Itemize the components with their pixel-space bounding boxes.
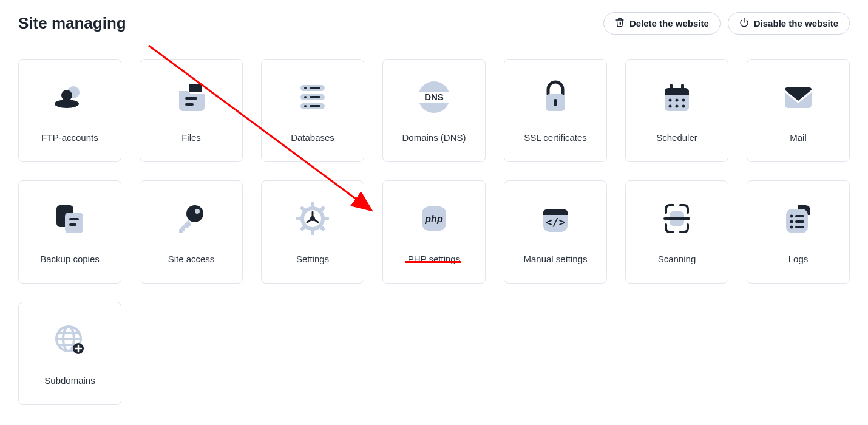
- svg-rect-13: [310, 87, 320, 89]
- svg-point-65: [790, 220, 793, 223]
- backup-icon: [52, 200, 88, 237]
- svg-rect-8: [185, 103, 194, 106]
- button-label: Disable the website: [754, 18, 838, 29]
- card-label: Files: [181, 132, 201, 143]
- card-settings[interactable]: Settings: [261, 180, 364, 284]
- svg-point-67: [790, 225, 793, 228]
- card-label: Scheduler: [656, 132, 697, 143]
- svg-rect-58: [543, 212, 568, 215]
- card-ftp-accounts[interactable]: FTP-accounts: [18, 59, 121, 162]
- databases-icon: [294, 79, 331, 115]
- svg-rect-7: [185, 97, 197, 100]
- card-label: Site access: [168, 254, 215, 264]
- header-actions: Delete the website Disable the website: [603, 12, 850, 35]
- svg-point-33: [682, 104, 685, 107]
- svg-point-30: [682, 98, 685, 101]
- card-scheduler[interactable]: Scheduler: [625, 59, 728, 162]
- card-label: PHP settings: [408, 254, 460, 264]
- svg-rect-66: [795, 220, 804, 223]
- card-label: Manual settings: [523, 254, 587, 264]
- card-php-settings[interactable]: php PHP settings: [382, 180, 486, 284]
- svg-point-38: [186, 205, 203, 222]
- card-site-access[interactable]: Site access: [140, 180, 243, 284]
- card-label: FTP-accounts: [41, 132, 98, 143]
- card-label: Domains (DNS): [402, 132, 466, 143]
- card-label: Backup copies: [40, 254, 100, 264]
- site-access-icon: [173, 200, 209, 237]
- ssl-icon: [537, 79, 574, 115]
- svg-rect-17: [310, 105, 320, 107]
- svg-rect-41: [311, 202, 314, 208]
- svg-rect-44: [323, 217, 329, 220]
- php-settings-icon: php: [416, 200, 452, 237]
- svg-text:DNS: DNS: [424, 92, 444, 102]
- mail-icon: [780, 79, 816, 115]
- subdomains-icon: [52, 322, 88, 358]
- disable-website-button[interactable]: Disable the website: [728, 12, 850, 35]
- card-subdomains[interactable]: Subdomains: [18, 302, 121, 405]
- card-label: SSL certificates: [524, 132, 587, 143]
- card-scanning[interactable]: Scanning: [625, 180, 728, 284]
- card-files[interactable]: Files: [140, 59, 243, 162]
- card-domains-dns[interactable]: DNS Domains (DNS): [382, 59, 486, 162]
- svg-text:php: php: [424, 214, 443, 224]
- card-grid: FTP-accounts Files: [18, 59, 850, 405]
- svg-rect-68: [795, 226, 804, 228]
- card-label: Logs: [788, 254, 809, 264]
- header: Site managing Delete the website Disable…: [18, 12, 850, 35]
- logs-icon: [780, 200, 816, 237]
- card-label: Subdomains: [44, 375, 95, 386]
- delete-website-button[interactable]: Delete the website: [603, 12, 721, 35]
- svg-text:</>: </>: [546, 216, 566, 228]
- svg-rect-25: [665, 92, 689, 95]
- svg-rect-64: [795, 215, 804, 217]
- files-icon: [173, 79, 209, 115]
- svg-point-14: [304, 96, 307, 98]
- card-label: Settings: [296, 254, 329, 264]
- card-label: Mail: [790, 132, 807, 143]
- card-label: Scanning: [658, 254, 696, 264]
- dns-icon: DNS: [416, 79, 452, 115]
- svg-point-39: [195, 209, 200, 214]
- manual-settings-icon: </>: [537, 200, 574, 237]
- svg-point-32: [676, 104, 679, 107]
- svg-point-12: [304, 87, 307, 89]
- svg-point-4: [55, 100, 79, 108]
- svg-rect-27: [681, 84, 684, 91]
- svg-rect-26: [670, 84, 673, 91]
- card-manual-settings[interactable]: </> Manual settings: [504, 180, 607, 284]
- svg-point-31: [669, 104, 672, 107]
- svg-point-16: [304, 105, 307, 107]
- scheduler-icon: [659, 79, 695, 115]
- svg-point-5: [61, 90, 72, 101]
- scanning-icon: [659, 200, 695, 237]
- card-label: Databases: [291, 132, 334, 143]
- svg-rect-35: [65, 212, 83, 233]
- button-label: Delete the website: [629, 18, 709, 29]
- card-mail[interactable]: Mail: [747, 59, 850, 162]
- svg-rect-22: [554, 99, 557, 106]
- card-databases[interactable]: Databases: [261, 59, 364, 162]
- svg-rect-61: [663, 217, 690, 220]
- svg-point-63: [790, 214, 793, 217]
- settings-icon: [294, 200, 331, 237]
- svg-rect-37: [69, 223, 76, 226]
- svg-rect-36: [69, 218, 79, 220]
- ftp-accounts-icon: [52, 79, 88, 115]
- svg-rect-6: [189, 84, 202, 92]
- svg-point-28: [669, 98, 672, 101]
- page-title: Site managing: [18, 14, 126, 33]
- svg-rect-15: [310, 96, 320, 98]
- power-icon: [739, 18, 749, 29]
- svg-point-29: [676, 98, 679, 101]
- card-logs[interactable]: Logs: [747, 180, 850, 284]
- svg-rect-43: [296, 217, 302, 220]
- trash-icon: [615, 18, 625, 29]
- card-ssl-certificates[interactable]: SSL certificates: [504, 59, 607, 162]
- card-backup-copies[interactable]: Backup copies: [18, 180, 121, 284]
- svg-rect-42: [311, 229, 314, 235]
